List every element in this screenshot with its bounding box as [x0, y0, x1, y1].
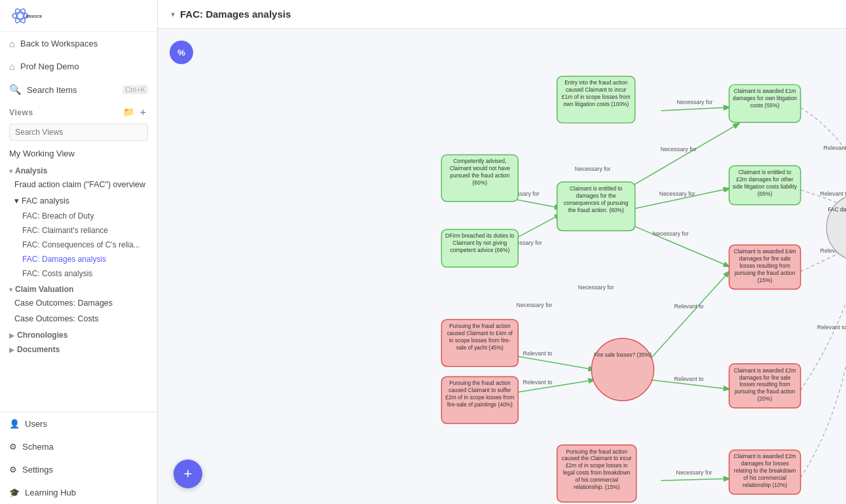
header-chevron: ▾: [171, 10, 175, 19]
section-claim-label: Claim Valuation: [15, 285, 73, 294]
svg-text:Relevant to: Relevant to: [817, 324, 846, 331]
case-costs-label: Case Outcomes: Costs: [14, 314, 99, 323]
svg-text:Relevant to: Relevant to: [523, 379, 553, 386]
search-items-label: Search Items: [27, 85, 117, 95]
home-icon: ⌂: [9, 38, 15, 49]
fac-breach-label: FAC: Breach of Duty: [22, 211, 94, 221]
page-header: ▾ FAC: Damages analysis: [158, 0, 846, 29]
chevron-chrono: ▶: [9, 332, 14, 339]
section-analysis[interactable]: ▾ Analysis: [0, 162, 157, 177]
svg-text:ASSOCIO: ASSOCIO: [26, 14, 42, 18]
users-icon: 👤: [9, 419, 20, 429]
percent-badge[interactable]: %: [170, 41, 193, 64]
proj-neg-demo-label: Prof Neg Demo: [20, 62, 148, 71]
tree-fac-consequences[interactable]: FAC: Consequences of C's relia...: [0, 238, 157, 252]
fac-reliance-label: FAC: Claimant's reliance: [22, 226, 108, 235]
svg-text:Relevant to: Relevant to: [523, 350, 553, 357]
diagram-canvas[interactable]: % Necessary for Necessary for: [158, 29, 846, 504]
tree-case-costs[interactable]: Case Outcomes: Costs: [0, 311, 157, 327]
chevron-docs: ▶: [9, 346, 14, 353]
search-shortcut: Ctrl+K: [122, 85, 148, 94]
tree-fac-breach[interactable]: FAC: Breach of Duty: [0, 209, 157, 223]
logo-icon: ASSOCIO: [10, 8, 42, 26]
flow-diagram: Necessary for Necessary for Necessary fo…: [158, 29, 846, 504]
section-chrono-label: Chronologies: [17, 331, 67, 340]
nav-settings[interactable]: ⚙ Settings: [0, 458, 157, 481]
sidebar-bottom: 👤 Users ⚙ Schema ⚙ Settings 🎓 Learning H…: [0, 412, 157, 504]
svg-text:Relevant to: Relevant to: [674, 376, 704, 382]
fac-analysis-label: FAC analysis: [22, 196, 69, 206]
section-docs-label: Documents: [17, 345, 60, 354]
tree-case-damages[interactable]: Case Outcomes: Damages: [0, 295, 157, 311]
svg-text:Necessary for: Necessary for: [661, 147, 697, 153]
fac-damages-label: FAC: Damages analysis: [22, 255, 106, 264]
tree-fac-analysis[interactable]: ▾ FAC analysis: [0, 192, 157, 209]
logo-area: ASSOCIO: [0, 0, 157, 32]
nav-schema[interactable]: ⚙ Schema: [0, 435, 157, 458]
schema-icon: ⚙: [9, 442, 17, 452]
svg-text:Relevant to: Relevant to: [820, 190, 846, 197]
add-view-icon[interactable]: ＋: [138, 107, 148, 118]
tree-fac-costs[interactable]: FAC: Costs analysis: [0, 266, 157, 281]
settings-label: Settings: [22, 465, 53, 475]
search-views-input[interactable]: [9, 124, 148, 141]
chevron-fac: ▾: [14, 196, 19, 206]
svg-text:Relevant to: Relevant to: [674, 303, 704, 310]
tree-fac-reliance[interactable]: FAC: Claimant's reliance: [0, 223, 157, 238]
back-to-workspaces-label: Back to Workspaces: [20, 39, 148, 48]
views-header: Views 📁 ＋: [0, 101, 157, 121]
svg-text:Necessary for: Necessary for: [517, 302, 553, 308]
svg-text:Necessary for: Necessary for: [653, 230, 689, 237]
settings-icon: ⚙: [9, 465, 17, 475]
section-claim-valuation[interactable]: ▾ Claim Valuation: [0, 281, 157, 295]
chevron-claim: ▾: [9, 286, 12, 293]
sidebar: ASSOCIO ⌂ Back to Workspaces ⌂ Prof Neg …: [0, 0, 158, 504]
search-icon: 🔍: [9, 84, 22, 96]
back-to-workspaces[interactable]: ⌂ Back to Workspaces: [0, 32, 157, 55]
views-header-actions[interactable]: 📁 ＋: [123, 107, 148, 118]
search-items[interactable]: 🔍 Search Items Ctrl+K: [0, 78, 157, 101]
tree-fac-damages[interactable]: FAC: Damages analysis: [0, 252, 157, 266]
users-label: Users: [25, 419, 47, 429]
main-content: ▾ FAC: Damages analysis % Necessary: [158, 0, 846, 504]
tree-item-fac-overview[interactable]: Fraud action claim ("FAC") overview: [0, 177, 157, 192]
chevron-analysis: ▾: [9, 168, 12, 175]
svg-text:Necessary for: Necessary for: [676, 469, 712, 476]
section-analysis-label: Analysis: [15, 166, 47, 175]
fac-overview-label: Fraud action claim ("FAC") overview: [14, 180, 145, 189]
learning-label: Learning Hub: [25, 488, 76, 497]
proj-icon: ⌂: [9, 61, 15, 72]
fac-costs-label: FAC: Costs analysis: [22, 269, 92, 278]
svg-text:Relevant to: Relevant to: [824, 145, 846, 151]
svg-text:Necessary for: Necessary for: [677, 99, 713, 105]
proj-neg-demo[interactable]: ⌂ Prof Neg Demo: [0, 55, 157, 78]
page-title: FAC: Damages analysis: [180, 9, 291, 20]
schema-label: Schema: [22, 442, 54, 452]
views-label: Views: [9, 108, 33, 117]
svg-text:Necessary for: Necessary for: [575, 166, 611, 172]
nav-learning[interactable]: 🎓 Learning Hub: [0, 481, 157, 504]
section-documents[interactable]: ▶ Documents: [0, 341, 157, 355]
section-chronologies[interactable]: ▶ Chronologies: [0, 327, 157, 341]
my-working-view-label: My Working View: [9, 149, 75, 158]
views-search-container: [0, 121, 157, 145]
case-damages-label: Case Outcomes: Damages: [14, 298, 113, 308]
fac-consequences-label: FAC: Consequences of C's relia...: [22, 240, 140, 249]
learning-icon: 🎓: [9, 488, 20, 497]
svg-text:Necessary for: Necessary for: [578, 284, 614, 291]
my-working-view[interactable]: My Working View: [0, 145, 157, 162]
add-folder-icon[interactable]: 📁: [123, 107, 135, 118]
nav-users[interactable]: 👤 Users: [0, 412, 157, 435]
svg-text:Necessary for: Necessary for: [659, 190, 695, 197]
add-fab-button[interactable]: +: [174, 459, 202, 488]
